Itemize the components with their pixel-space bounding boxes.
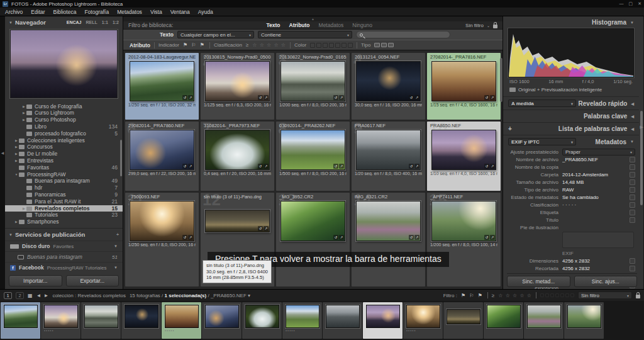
metadata-header[interactable]: EXIF y IPTC▾ Metadatos ▼ — [503, 135, 639, 148]
photo-cell[interactable]: 11 _7500093.NEF ↺↗ 1/250 seg. en f / 8,0… — [125, 193, 199, 286]
filmstrip-cell[interactable] — [242, 302, 282, 339]
photo-thumbnail[interactable]: ↺↗ — [431, 201, 496, 241]
collection-row[interactable]: ▼ ProcessingRAW — [5, 171, 123, 178]
collection-row[interactable]: Tutoriales 23 — [5, 212, 123, 218]
menu-item[interactable]: Fotografía — [84, 9, 109, 15]
metadata-value[interactable]: 14,48 MB — [562, 179, 628, 185]
photo-cell[interactable]: 8 03092014-_PRA8262.NEF ↺↗ 1/500 seg. en… — [276, 122, 350, 191]
collection-row[interactable]: Buenas para instagram 49 — [5, 178, 123, 184]
filmstrip-rating-stars[interactable]: ☆ ☆ ☆ ☆ ☆ — [498, 293, 532, 298]
keyword-list-header[interactable]: + Lista de palabras clave ◀ — [503, 122, 639, 135]
filmstrip-cell[interactable]: ••••• — [162, 302, 201, 339]
metadata-action-icon[interactable] — [630, 164, 635, 170]
filmstrip-color-swatch[interactable] — [540, 293, 544, 297]
metadata-action-icon[interactable] — [630, 157, 635, 162]
photo-cell[interactable]: 7 31082014-_PRA7973.NEF ↺↗ 0,4 seg. en f… — [201, 122, 274, 191]
thumbnail-badge-icons[interactable]: ↺↗ — [333, 164, 344, 169]
thumbnail-badge-icons[interactable]: ↺↗ — [409, 235, 419, 240]
window-control-icon[interactable]: ✕ — [638, 1, 641, 6]
photo-cell[interactable]: 9 PRA0617.NEF ↺↗ 1/20 seg. en f / 8,0, I… — [352, 122, 425, 191]
filmstrip-flag-icons[interactable]: ⚑ ⚐ ⚑ — [461, 293, 484, 298]
metadata-action-icon[interactable] — [630, 172, 635, 178]
color-label-swatch[interactable] — [316, 43, 321, 48]
publish-hard-drive-row[interactable]: Disco duro Favorites ▼ — [5, 241, 123, 251]
collection-row[interactable]: Para el Just RAW it 21 — [5, 198, 123, 205]
thumbnail-badge-icons[interactable]: ↺↗ — [182, 235, 193, 240]
collection-row[interactable]: hdr 7 — [5, 184, 123, 191]
filmstrip-cell[interactable] — [443, 302, 483, 339]
filmstrip-color-swatch[interactable] — [560, 293, 564, 297]
photo-thumbnail[interactable]: ↺↗ — [431, 130, 496, 170]
filmstrip-thumbnail[interactable] — [527, 305, 561, 328]
photo-thumbnail[interactable]: ↺↗ — [280, 61, 345, 101]
metadata-value[interactable]: Se ha cambiado — [562, 195, 628, 200]
rating-stars[interactable]: ☆ ☆ ☆ ☆ ☆ — [252, 42, 286, 48]
filmstrip-thumbnail[interactable] — [286, 305, 319, 328]
menu-item[interactable]: Metadatos — [117, 9, 142, 15]
expand-arrow-icon[interactable]: ▶ — [14, 150, 19, 157]
keyword-add-button[interactable]: + — [508, 125, 512, 132]
search-input[interactable] — [356, 31, 450, 38]
caption-input[interactable] — [562, 232, 634, 248]
window-control-icon[interactable]: — — [619, 1, 624, 6]
filmstrip-color-swatch[interactable] — [565, 293, 569, 297]
filter-tab[interactable]: Atributo — [289, 22, 310, 28]
primary-window-button[interactable]: 1 — [4, 292, 12, 299]
navigator-preview-image[interactable] — [10, 30, 118, 98]
color-label-swatch[interactable] — [310, 43, 315, 48]
photo-cell[interactable]: 3 20130822_Norway-Prad0_0165.NEF ↺↗ 1/20… — [276, 53, 350, 120]
filmstrip-gte-icon[interactable]: ≥ — [492, 293, 494, 298]
filmstrip-thumbnail[interactable] — [487, 305, 521, 328]
collection-row[interactable]: ▶ Smartphones — [5, 218, 123, 225]
rating-gte-icon[interactable]: ≥ — [246, 42, 248, 48]
collection-row[interactable]: ▶ Curso Photoshop — [5, 116, 123, 123]
chevron-down-icon[interactable]: ▾ — [248, 293, 250, 298]
collection-row[interactable]: ▶ Revelados completos 15 — [5, 205, 123, 212]
color-label-swatch[interactable] — [348, 43, 353, 48]
filmstrip-color-swatch[interactable] — [570, 293, 574, 297]
filmstrip-thumbnail[interactable] — [567, 305, 601, 328]
photo-thumbnail[interactable]: ↺↗ — [205, 210, 270, 232]
photo-cell[interactable]: 5 27082014-_PRA7816.NEF ↺↗ 1/15 seg. en … — [427, 53, 501, 120]
expand-arrow-icon[interactable]: ▶ — [14, 218, 19, 225]
photo-cell[interactable]: 1 2012-08-04-183-Laugavegur.NEF ↺↗ 1/250… — [125, 53, 199, 120]
filmstrip-cell[interactable] — [323, 302, 362, 339]
expand-arrow-icon[interactable]: ▶ — [21, 103, 26, 110]
histogram-header[interactable]: Histograma ▼ — [503, 16, 639, 28]
quick-develop-header[interactable]: A medida▾ Revelado rápido ◀ — [503, 96, 639, 110]
filmstrip-thumbnail[interactable] — [447, 309, 480, 324]
window-control-icon[interactable]: ▢ — [629, 1, 633, 6]
secondary-window-button[interactable]: 2 — [16, 292, 24, 299]
sync-metadata-button[interactable]: Sinc. metad... — [507, 276, 570, 287]
photo-cell[interactable]: 10 PRA8650.NEF ↺↗ 1/10 seg. en f / 4,0, … — [427, 122, 501, 191]
filmstrip-cell[interactable]: ••••• — [403, 302, 443, 339]
flag-filter-icons[interactable]: ⚑ ⚐ ⚑ — [183, 42, 206, 48]
grid-view-icon[interactable]: ▦ — [28, 293, 33, 298]
expand-arrow-icon[interactable]: ▶ — [14, 144, 19, 150]
filmstrip-thumbnail[interactable] — [366, 305, 400, 328]
filmstrip-thumbnail[interactable] — [44, 305, 78, 328]
expand-arrow-icon[interactable]: ▶ — [21, 116, 26, 123]
metadata-value[interactable]: 4256 x 2832 — [562, 266, 628, 271]
metadata-view-select[interactable]: EXIF y IPTC▾ — [508, 138, 576, 145]
export-button[interactable]: Exportar... — [66, 275, 119, 286]
photo-cell[interactable]: 2 20130815_Norway-Prad0_0500.NE... ↺↗ 1/… — [201, 53, 274, 120]
photo-thumbnail[interactable]: ↺↗ — [431, 61, 496, 101]
menu-item[interactable]: Biblioteca — [53, 9, 77, 15]
thumbnail-badge-icons[interactable]: ↺↗ — [484, 235, 495, 240]
zoom-1-2-option[interactable]: 1:2 — [113, 20, 119, 25]
metadata-action-icon[interactable] — [630, 266, 635, 271]
photo-thumbnail[interactable]: ↺↗ — [205, 61, 270, 101]
filmstrip-filter-preset-select[interactable]: Sin filtro▾ — [578, 292, 632, 299]
filmstrip-cell[interactable] — [564, 302, 604, 339]
menu-item[interactable]: Archivo — [5, 9, 23, 15]
color-label-swatch[interactable] — [323, 43, 328, 48]
back-arrow-icon[interactable]: ◄ — [36, 293, 42, 298]
metadata-value[interactable]: _PRA8650.NEF — [562, 157, 628, 162]
expand-arrow-icon[interactable]: ▶ — [14, 157, 19, 164]
filmstrip-thumbnail[interactable] — [245, 305, 279, 328]
filmstrip-thumbnail[interactable] — [165, 305, 199, 328]
lock-icon[interactable] — [493, 25, 497, 28]
smart-preview-status[interactable]: Original + Previsualización inteligente — [518, 87, 602, 93]
menu-item[interactable]: Vista — [150, 9, 162, 15]
